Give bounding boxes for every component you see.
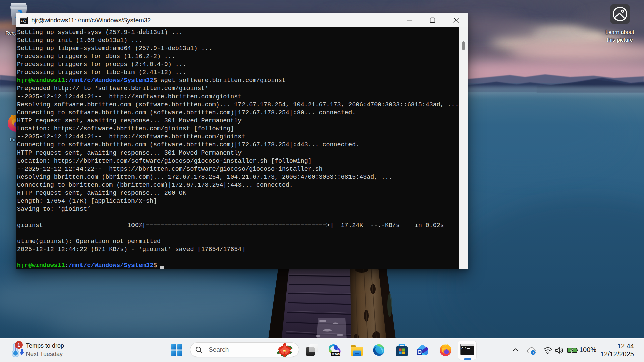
svg-text:C:\: C:\ bbox=[462, 347, 467, 350]
